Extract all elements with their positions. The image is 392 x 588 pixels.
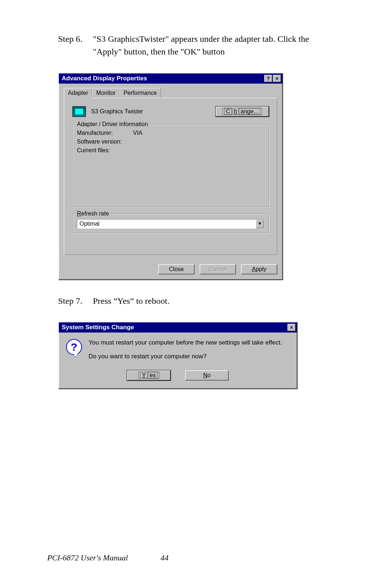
refresh-rate-group: Refresh rate Optimal ▼ (72, 214, 269, 233)
titlebar[interactable]: Advanced Display Properties ? × (59, 73, 282, 84)
step7-text: Step 7. Press “Yes” to reboot. (58, 295, 345, 307)
change-button[interactable]: Change... (216, 106, 269, 117)
step6-label: Step 6. (58, 33, 91, 45)
apply-button[interactable]: Apply (241, 264, 277, 274)
message-line2: Do you want to restart your computer now… (89, 353, 282, 360)
current-files-label: Current files: (77, 147, 131, 154)
footer-title: PCI-6872 User's Manual (47, 553, 128, 563)
close-icon[interactable]: × (273, 75, 281, 82)
close-button[interactable]: Close (158, 264, 195, 274)
advanced-display-properties-dialog: Advanced Display Properties ? × Adapter … (58, 73, 283, 280)
dialog-title: System Settings Change (62, 324, 134, 331)
yes-button[interactable]: Yes (127, 370, 171, 380)
help-icon[interactable]: ? (264, 75, 272, 82)
manufacturer-value: VIA (133, 130, 142, 136)
tab-panel-adapter: S3 Graphics Twister Change... Adapter / … (64, 98, 277, 255)
step7-body: Press “Yes” to reboot. (93, 296, 170, 306)
refresh-rate-dropdown[interactable]: Optimal ▼ (77, 219, 264, 229)
adapter-name: S3 Graphics Twister (91, 108, 143, 115)
message-text: You must restart your computer before th… (89, 339, 282, 367)
step6-body: "S3 GraphicsTwister" appears under the a… (93, 33, 325, 58)
system-settings-change-dialog: System Settings Change × ? You must rest… (58, 322, 298, 389)
tab-strip: Adapter Monitor Performance (64, 88, 277, 98)
footer-page: 44 (128, 553, 345, 563)
step7-label: Step 7. (58, 295, 91, 307)
refresh-rate-value: Optimal (77, 220, 256, 228)
software-version-label: Software version: (77, 138, 131, 145)
manufacturer-label: Manufacturer: (77, 130, 131, 136)
tab-performance[interactable]: Performance (119, 88, 161, 98)
titlebar[interactable]: System Settings Change × (59, 322, 297, 333)
tab-adapter[interactable]: Adapter (64, 88, 92, 98)
question-icon: ? (66, 339, 82, 355)
step6-text: Step 6. "S3 GraphicsTwister" appears und… (58, 33, 345, 58)
close-icon[interactable]: × (287, 324, 295, 331)
cancel-button: Cancel (200, 264, 236, 274)
no-button[interactable]: No (185, 370, 229, 380)
adapter-driver-info-group: Adapter / Driver information Manufacture… (72, 124, 269, 207)
display-icon (72, 106, 86, 117)
group1-title: Adapter / Driver information (75, 121, 150, 128)
message-line1: You must restart your computer before th… (89, 339, 282, 346)
chevron-down-icon[interactable]: ▼ (256, 220, 264, 228)
dialog-title: Advanced Display Properties (62, 75, 147, 82)
page-footer: PCI-6872 User's Manual 44 (47, 553, 345, 563)
tab-monitor[interactable]: Monitor (92, 88, 119, 98)
group2-title: Refresh rate (75, 210, 110, 217)
